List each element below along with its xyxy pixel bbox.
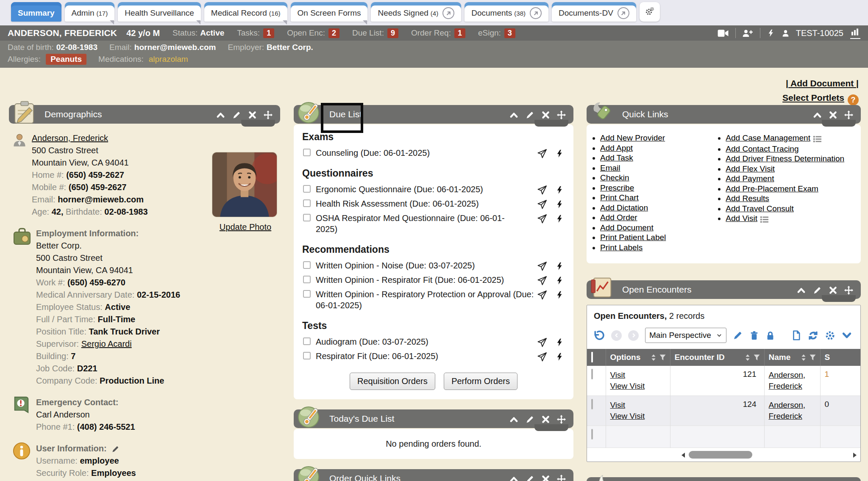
due-item-checkbox[interactable] [303, 290, 311, 298]
external-link-icon[interactable] [530, 7, 542, 19]
horizontal-scrollbar[interactable] [587, 448, 860, 462]
tasks-count-badge[interactable]: 1 [263, 28, 274, 38]
scroll-thumb[interactable] [689, 451, 752, 459]
perform-now-icon[interactable] [556, 336, 564, 347]
quick-link[interactable]: Add Payment [726, 174, 774, 183]
quick-link[interactable]: Add Results [726, 194, 769, 203]
due-item-checkbox[interactable] [303, 149, 311, 156]
tab-documents[interactable]: Documents(38) [465, 2, 548, 22]
tab-settings-gear-button[interactable] [640, 2, 660, 22]
quick-links-portlet-header[interactable]: Quick Links [587, 105, 861, 124]
medication-value[interactable]: alprazolam [149, 55, 188, 64]
tab-admin[interactable]: Admin(17) [65, 2, 115, 22]
open-encounters-portlet-header[interactable]: Open Encounters [587, 280, 861, 299]
due-item-checkbox[interactable] [303, 185, 311, 193]
move-icon[interactable] [557, 473, 566, 481]
update-photo-link[interactable]: Update Photo [220, 221, 271, 233]
refresh-icon[interactable] [808, 330, 818, 341]
list-icon[interactable] [760, 215, 768, 224]
tab-documents-dv[interactable]: Documents-DV [552, 2, 636, 22]
view-visit-link[interactable]: View Visit [610, 411, 666, 422]
gear-icon[interactable] [825, 330, 835, 341]
perform-now-icon[interactable] [556, 351, 564, 362]
edit-icon[interactable] [526, 109, 534, 119]
row-checkbox[interactable] [591, 429, 593, 440]
patient-name-link[interactable]: Anderson, Frederick [32, 133, 108, 143]
filter-icon[interactable] [810, 354, 816, 361]
close-icon[interactable] [829, 109, 837, 119]
lock-icon[interactable] [765, 331, 775, 340]
sort-icon[interactable] [801, 354, 806, 361]
quick-link[interactable]: Print Labels [600, 243, 643, 252]
lightning-icon[interactable] [767, 28, 775, 38]
edit-icon[interactable] [232, 109, 241, 119]
tab-needs-signed[interactable]: Needs Signed(4) [371, 2, 461, 22]
quick-link[interactable]: Checkin [600, 173, 629, 182]
supervisor-link[interactable]: Sergio Acardi [81, 339, 132, 348]
due-item-checkbox[interactable] [303, 276, 311, 283]
perspective-select[interactable]: Main Perspective [645, 328, 726, 343]
send-icon[interactable] [537, 147, 547, 159]
quick-link[interactable]: Add Pre-Placement Exam [726, 184, 818, 193]
move-icon[interactable] [557, 109, 566, 119]
due-item-checkbox[interactable] [303, 199, 311, 207]
due-item-checkbox[interactable] [303, 261, 311, 269]
move-icon[interactable] [844, 109, 853, 119]
select-portlets-link[interactable]: Select Portlets [782, 93, 844, 102]
order-quick-links-portlet-header[interactable]: Order Quick Links [294, 469, 573, 481]
column-header-options[interactable]: Options [606, 349, 670, 366]
move-icon[interactable] [557, 414, 566, 424]
tab-on-screen-forms[interactable]: On Screen Forms [291, 2, 368, 22]
quick-link[interactable]: Prescribe [600, 183, 634, 192]
move-icon[interactable] [844, 285, 853, 295]
move-icon[interactable] [264, 109, 273, 119]
close-icon[interactable] [248, 109, 256, 119]
due-item-checkbox[interactable] [303, 352, 311, 359]
todays-due-list-portlet-header[interactable]: Today's Due List [294, 409, 573, 428]
open-enc-count-badge[interactable]: 2 [328, 28, 339, 38]
video-camera-icon[interactable] [718, 28, 729, 38]
row-checkbox[interactable] [591, 399, 593, 409]
quick-link[interactable]: Add Document [600, 223, 654, 232]
esign-count-badge[interactable]: 3 [504, 28, 515, 38]
select-all-checkbox[interactable] [591, 352, 593, 362]
collapse-icon[interactable] [216, 109, 225, 119]
sort-icon[interactable] [651, 354, 656, 361]
close-icon[interactable] [542, 414, 550, 424]
chart-icon[interactable] [850, 28, 860, 39]
send-icon[interactable] [537, 289, 547, 300]
allergies-portlet-header[interactable]: Allergies [587, 477, 861, 481]
due-item-checkbox[interactable] [303, 337, 311, 345]
demographics-portlet-header[interactable]: Demographics [9, 105, 280, 124]
send-icon[interactable] [537, 336, 547, 348]
perform-now-icon[interactable] [556, 213, 564, 224]
edit-icon[interactable] [813, 285, 822, 295]
collapse-icon[interactable] [509, 414, 518, 424]
scroll-right-icon[interactable] [853, 451, 857, 459]
undo-icon[interactable] [593, 329, 605, 341]
due-item-checkbox[interactable] [303, 214, 311, 221]
sort-icon[interactable] [745, 354, 750, 361]
visit-link[interactable]: Visit [610, 400, 666, 411]
help-icon[interactable]: ? [848, 94, 859, 105]
send-icon[interactable] [537, 260, 547, 271]
perform-now-icon[interactable] [556, 289, 564, 300]
collapse-icon[interactable] [813, 109, 822, 119]
quick-link[interactable]: Add Driver Fitness Determination [726, 154, 844, 163]
previous-icon[interactable] [611, 330, 622, 341]
add-document-link[interactable]: | Add Document | [786, 78, 859, 88]
send-icon[interactable] [537, 274, 547, 286]
next-icon[interactable] [628, 330, 639, 341]
order-req-count-badge[interactable]: 1 [454, 28, 465, 38]
quick-link[interactable]: Add Contact Tracing [726, 144, 798, 153]
chevron-down-icon[interactable] [842, 330, 852, 340]
perform-now-icon[interactable] [556, 147, 564, 158]
column-header-partial[interactable]: S [820, 349, 861, 366]
collapse-icon[interactable] [509, 473, 518, 481]
allergy-badge[interactable]: Peanuts [46, 54, 86, 65]
perform-now-icon[interactable] [556, 274, 564, 285]
perform-orders-button[interactable]: Perform Orders [444, 373, 517, 390]
tab-medical-record[interactable]: Medical Record(16) [204, 2, 287, 22]
row-checkbox[interactable] [591, 369, 593, 379]
quick-link[interactable]: Add Task [600, 153, 633, 162]
